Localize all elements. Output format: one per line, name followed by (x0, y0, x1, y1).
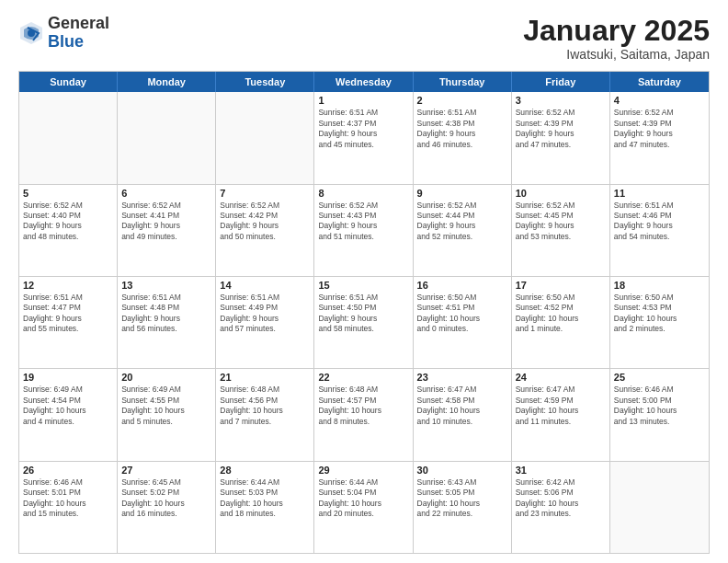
subtitle: Iwatsuki, Saitama, Japan (523, 47, 710, 62)
svg-point-1 (28, 29, 35, 37)
calendar-cell-10: 10Sunrise: 6:52 AM Sunset: 4:45 PM Dayli… (512, 185, 610, 276)
calendar-cell-20: 20Sunrise: 6:49 AM Sunset: 4:55 PM Dayli… (118, 369, 216, 460)
day-info: Sunrise: 6:44 AM Sunset: 5:04 PM Dayligh… (318, 477, 408, 520)
day-number: 4 (614, 95, 705, 106)
logo-text: General Blue (48, 15, 109, 52)
weekday-header-friday: Friday (512, 72, 610, 92)
logo-icon (18, 20, 44, 46)
day-info: Sunrise: 6:51 AM Sunset: 4:50 PM Dayligh… (318, 293, 408, 335)
weekday-header-wednesday: Wednesday (314, 72, 413, 92)
calendar-cell-24: 24Sunrise: 6:47 AM Sunset: 4:59 PM Dayli… (512, 369, 610, 460)
day-info: Sunrise: 6:48 AM Sunset: 4:56 PM Dayligh… (220, 385, 310, 427)
calendar-cell-21: 21Sunrise: 6:48 AM Sunset: 4:56 PM Dayli… (216, 369, 314, 460)
day-number: 8 (318, 188, 408, 199)
calendar-cell-29: 29Sunrise: 6:44 AM Sunset: 5:04 PM Dayli… (314, 462, 413, 553)
day-number: 30 (417, 465, 507, 476)
day-number: 25 (614, 372, 705, 383)
calendar-body: 1Sunrise: 6:51 AM Sunset: 4:37 PM Daylig… (19, 92, 709, 553)
day-info: Sunrise: 6:51 AM Sunset: 4:46 PM Dayligh… (614, 201, 705, 243)
weekday-header-saturday: Saturday (610, 72, 709, 92)
calendar-cell-7: 7Sunrise: 6:52 AM Sunset: 4:42 PM Daylig… (216, 185, 314, 276)
calendar-row-1: 5Sunrise: 6:52 AM Sunset: 4:40 PM Daylig… (19, 184, 709, 276)
day-number: 24 (516, 372, 606, 383)
calendar-row-4: 26Sunrise: 6:46 AM Sunset: 5:01 PM Dayli… (19, 461, 709, 553)
day-number: 23 (417, 372, 507, 383)
calendar-cell-27: 27Sunrise: 6:45 AM Sunset: 5:02 PM Dayli… (118, 462, 216, 553)
day-number: 17 (516, 280, 606, 291)
weekday-header-tuesday: Tuesday (216, 72, 314, 92)
day-info: Sunrise: 6:51 AM Sunset: 4:47 PM Dayligh… (23, 293, 113, 335)
day-info: Sunrise: 6:50 AM Sunset: 4:53 PM Dayligh… (614, 293, 705, 335)
day-info: Sunrise: 6:52 AM Sunset: 4:42 PM Dayligh… (220, 201, 310, 243)
calendar-cell-8: 8Sunrise: 6:52 AM Sunset: 4:43 PM Daylig… (314, 185, 413, 276)
day-info: Sunrise: 6:47 AM Sunset: 4:58 PM Dayligh… (417, 385, 507, 427)
calendar-row-0: 1Sunrise: 6:51 AM Sunset: 4:37 PM Daylig… (19, 92, 709, 183)
day-info: Sunrise: 6:52 AM Sunset: 4:39 PM Dayligh… (614, 108, 705, 150)
day-number: 3 (516, 95, 606, 106)
calendar-cell-12: 12Sunrise: 6:51 AM Sunset: 4:47 PM Dayli… (19, 277, 118, 368)
day-number: 15 (318, 280, 408, 291)
title-block: January 2025 Iwatsuki, Saitama, Japan (523, 15, 710, 62)
calendar-cell-17: 17Sunrise: 6:50 AM Sunset: 4:52 PM Dayli… (512, 277, 610, 368)
calendar-cell-18: 18Sunrise: 6:50 AM Sunset: 4:53 PM Dayli… (610, 277, 709, 368)
calendar-row-3: 19Sunrise: 6:49 AM Sunset: 4:54 PM Dayli… (19, 368, 709, 460)
day-number: 28 (220, 465, 310, 476)
day-number: 10 (516, 188, 606, 199)
day-number: 19 (23, 372, 113, 383)
day-info: Sunrise: 6:45 AM Sunset: 5:02 PM Dayligh… (121, 477, 211, 520)
calendar-cell-25: 25Sunrise: 6:46 AM Sunset: 5:00 PM Dayli… (610, 369, 709, 460)
day-number: 22 (318, 372, 408, 383)
calendar: SundayMondayTuesdayWednesdayThursdayFrid… (18, 71, 710, 554)
logo: General Blue (18, 15, 109, 52)
calendar-cell-5: 5Sunrise: 6:52 AM Sunset: 4:40 PM Daylig… (19, 185, 118, 276)
calendar-cell-16: 16Sunrise: 6:50 AM Sunset: 4:51 PM Dayli… (414, 277, 512, 368)
calendar-cell-3: 3Sunrise: 6:52 AM Sunset: 4:39 PM Daylig… (512, 92, 610, 183)
day-number: 16 (417, 280, 507, 291)
day-info: Sunrise: 6:52 AM Sunset: 4:45 PM Dayligh… (516, 201, 606, 243)
calendar-cell-2: 2Sunrise: 6:51 AM Sunset: 4:38 PM Daylig… (414, 92, 512, 183)
calendar-cell-6: 6Sunrise: 6:52 AM Sunset: 4:41 PM Daylig… (118, 185, 216, 276)
calendar-header: SundayMondayTuesdayWednesdayThursdayFrid… (19, 72, 709, 92)
day-number: 31 (516, 465, 606, 476)
day-number: 26 (23, 465, 113, 476)
calendar-cell-empty (610, 462, 709, 553)
day-info: Sunrise: 6:52 AM Sunset: 4:41 PM Dayligh… (121, 201, 211, 243)
calendar-cell-15: 15Sunrise: 6:51 AM Sunset: 4:50 PM Dayli… (314, 277, 413, 368)
day-info: Sunrise: 6:52 AM Sunset: 4:39 PM Dayligh… (516, 108, 606, 150)
day-number: 13 (121, 280, 211, 291)
day-number: 29 (318, 465, 408, 476)
day-info: Sunrise: 6:46 AM Sunset: 5:01 PM Dayligh… (23, 477, 113, 520)
calendar-cell-1: 1Sunrise: 6:51 AM Sunset: 4:37 PM Daylig… (314, 92, 413, 183)
calendar-cell-22: 22Sunrise: 6:48 AM Sunset: 4:57 PM Dayli… (314, 369, 413, 460)
day-number: 11 (614, 188, 705, 199)
day-info: Sunrise: 6:52 AM Sunset: 4:44 PM Dayligh… (417, 201, 507, 243)
day-number: 1 (318, 95, 408, 106)
day-info: Sunrise: 6:52 AM Sunset: 4:40 PM Dayligh… (23, 201, 113, 243)
day-number: 18 (614, 280, 705, 291)
day-info: Sunrise: 6:50 AM Sunset: 4:52 PM Dayligh… (516, 293, 606, 335)
day-info: Sunrise: 6:51 AM Sunset: 4:38 PM Dayligh… (417, 108, 507, 150)
day-number: 20 (121, 372, 211, 383)
day-info: Sunrise: 6:44 AM Sunset: 5:03 PM Dayligh… (220, 477, 310, 520)
day-number: 27 (121, 465, 211, 476)
logo-blue: Blue (48, 33, 109, 52)
day-info: Sunrise: 6:49 AM Sunset: 4:55 PM Dayligh… (121, 385, 211, 427)
day-number: 9 (417, 188, 507, 199)
day-number: 6 (121, 188, 211, 199)
calendar-cell-30: 30Sunrise: 6:43 AM Sunset: 5:05 PM Dayli… (414, 462, 512, 553)
weekday-header-sunday: Sunday (19, 72, 118, 92)
day-info: Sunrise: 6:52 AM Sunset: 4:43 PM Dayligh… (318, 201, 408, 243)
day-info: Sunrise: 6:42 AM Sunset: 5:06 PM Dayligh… (516, 477, 606, 520)
day-info: Sunrise: 6:49 AM Sunset: 4:54 PM Dayligh… (23, 385, 113, 427)
day-number: 5 (23, 188, 113, 199)
header: General Blue January 2025 Iwatsuki, Sait… (18, 15, 710, 62)
calendar-cell-28: 28Sunrise: 6:44 AM Sunset: 5:03 PM Dayli… (216, 462, 314, 553)
calendar-cell-9: 9Sunrise: 6:52 AM Sunset: 4:44 PM Daylig… (414, 185, 512, 276)
day-info: Sunrise: 6:51 AM Sunset: 4:37 PM Dayligh… (318, 108, 408, 150)
weekday-header-monday: Monday (118, 72, 216, 92)
day-info: Sunrise: 6:48 AM Sunset: 4:57 PM Dayligh… (318, 385, 408, 427)
calendar-cell-4: 4Sunrise: 6:52 AM Sunset: 4:39 PM Daylig… (610, 92, 709, 183)
calendar-cell-empty (118, 92, 216, 183)
day-info: Sunrise: 6:51 AM Sunset: 4:48 PM Dayligh… (121, 293, 211, 335)
day-info: Sunrise: 6:46 AM Sunset: 5:00 PM Dayligh… (614, 385, 705, 427)
